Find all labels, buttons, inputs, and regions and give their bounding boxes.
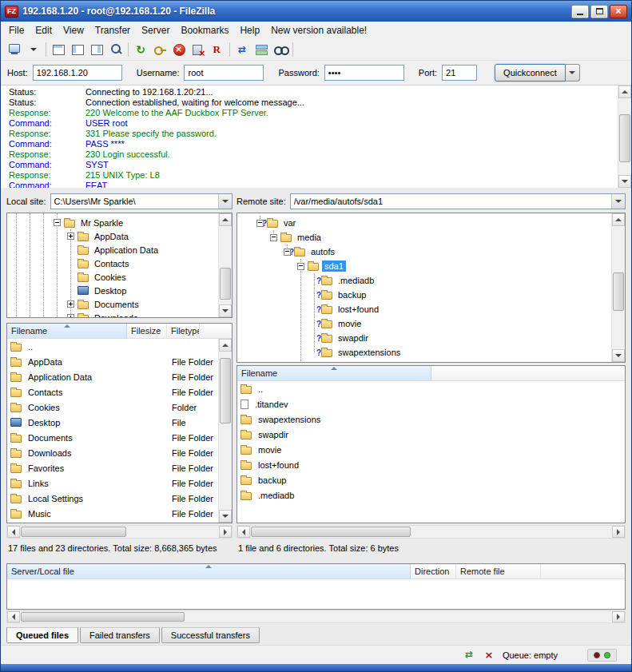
file-row-cookies[interactable]: CookiesFolder bbox=[7, 400, 232, 415]
sync-browsing-button[interactable] bbox=[252, 41, 271, 58]
scroll-down-button[interactable] bbox=[612, 349, 625, 362]
remote-tree-vertical-scrollbar[interactable] bbox=[611, 213, 625, 362]
queue-horizontal-scrollbar[interactable] bbox=[6, 610, 626, 623]
quickconnect-dropdown-button[interactable] bbox=[566, 64, 580, 82]
tree-item-swapextensions[interactable]: ?swapextensions bbox=[237, 345, 625, 360]
column-header-filename[interactable]: Filename bbox=[7, 324, 127, 338]
menu-item-bookmarks[interactable]: Bookmarks bbox=[175, 23, 234, 38]
file-row-music[interactable]: MusicFile Folder bbox=[7, 506, 232, 521]
scrollbar-thumb[interactable] bbox=[21, 612, 185, 622]
menu-item-server[interactable]: Server bbox=[136, 23, 175, 38]
scroll-right-button[interactable] bbox=[612, 526, 625, 538]
scroll-right-button[interactable] bbox=[612, 611, 625, 622]
tab-successful-transfers[interactable]: Successful transfers bbox=[161, 627, 260, 643]
remote-site-input[interactable] bbox=[291, 194, 611, 209]
local-horizontal-scrollbar[interactable] bbox=[6, 525, 233, 539]
tree-item-application-data[interactable]: Application Data bbox=[7, 243, 232, 256]
tree-item-contacts[interactable]: Contacts bbox=[7, 256, 232, 270]
tab-queued-files[interactable]: Queued files bbox=[6, 627, 78, 643]
tree-item-lost-found[interactable]: ?lost+found bbox=[237, 302, 625, 316]
scrollbar-track[interactable] bbox=[612, 226, 625, 349]
local-list-vertical-scrollbar[interactable] bbox=[218, 339, 232, 523]
tree-item-movie[interactable]: ?movie bbox=[237, 316, 625, 331]
minimize-button[interactable] bbox=[571, 5, 589, 18]
menu-item-edit[interactable]: Edit bbox=[30, 23, 58, 38]
tree-item-documents[interactable]: Documents bbox=[7, 297, 232, 311]
site-manager-button[interactable] bbox=[5, 41, 24, 58]
scroll-up-button[interactable] bbox=[618, 85, 631, 98]
scrollbar-thumb[interactable] bbox=[220, 268, 231, 300]
column-header-direction[interactable]: Direction bbox=[411, 564, 456, 579]
tree-item-dvd[interactable]: ?dvd bbox=[237, 360, 625, 363]
file-row-swapextensions[interactable]: swapextensions bbox=[237, 412, 625, 427]
tree-item-sda1[interactable]: sda1 bbox=[237, 259, 625, 273]
sync-browsing-icon[interactable] bbox=[483, 649, 495, 661]
tree-item-backup[interactable]: ?backup bbox=[237, 288, 625, 302]
menu-item-view[interactable]: View bbox=[58, 23, 89, 38]
tree-item-mr-sparkle[interactable]: Mr Sparkle bbox=[7, 216, 232, 229]
maximize-button[interactable] bbox=[590, 5, 608, 18]
expand-minus-icon[interactable] bbox=[256, 220, 264, 227]
file-row-application-data[interactable]: Application DataFile Folder bbox=[7, 369, 232, 384]
scroll-left-button[interactable] bbox=[7, 611, 20, 622]
filter-button[interactable] bbox=[106, 41, 125, 58]
scroll-down-button[interactable] bbox=[219, 304, 232, 317]
scrollbar-thumb[interactable] bbox=[613, 272, 624, 311]
tree-item-autofs[interactable]: ?autofs bbox=[237, 245, 625, 259]
disconnect-button[interactable] bbox=[189, 41, 208, 58]
scroll-up-button[interactable] bbox=[219, 213, 232, 226]
key-button[interactable] bbox=[150, 41, 169, 58]
scrollbar-thumb[interactable] bbox=[251, 527, 411, 537]
expand-minus-icon[interactable] bbox=[54, 219, 61, 226]
file-row-favorites[interactable]: FavoritesFile Folder bbox=[7, 460, 232, 475]
file-row-backup[interactable]: backup bbox=[237, 472, 625, 487]
tree-item-media[interactable]: media bbox=[237, 230, 625, 245]
file-row-swapdir[interactable]: swapdir bbox=[237, 427, 625, 442]
site-manager-caret-button[interactable] bbox=[24, 41, 43, 58]
password-input[interactable] bbox=[324, 65, 404, 81]
tree-item-desktop[interactable]: Desktop bbox=[7, 284, 232, 297]
column-header-filetype[interactable]: Filetype bbox=[167, 324, 200, 338]
remote-horizontal-scrollbar[interactable] bbox=[237, 525, 626, 539]
expand-minus-icon[interactable] bbox=[297, 263, 304, 270]
scroll-left-button[interactable] bbox=[7, 526, 20, 538]
scrollbar-track[interactable] bbox=[219, 352, 232, 510]
port-input[interactable] bbox=[442, 65, 477, 81]
scrollbar-thumb[interactable] bbox=[21, 527, 126, 537]
scroll-up-button[interactable] bbox=[219, 339, 232, 352]
menu-item-help[interactable]: Help bbox=[234, 23, 265, 38]
menu-item-new-version-available[interactable]: New version available! bbox=[265, 23, 372, 38]
scrollbar-track[interactable] bbox=[250, 526, 612, 538]
remote-site-dropdown-button[interactable] bbox=[611, 194, 625, 209]
toggle-remote-tree-button[interactable] bbox=[87, 41, 106, 58]
file-row-titandev[interactable]: .titandev bbox=[237, 396, 625, 412]
expand-minus-icon[interactable] bbox=[270, 234, 277, 241]
tree-item-var[interactable]: ?var bbox=[237, 216, 625, 230]
refresh-button[interactable] bbox=[131, 41, 150, 58]
username-input[interactable] bbox=[184, 65, 264, 81]
file-row-item[interactable]: .. bbox=[7, 339, 232, 354]
host-input[interactable] bbox=[33, 65, 122, 81]
toggle-log-button[interactable] bbox=[49, 41, 68, 58]
local-site-input[interactable] bbox=[51, 194, 218, 209]
scroll-down-button[interactable] bbox=[618, 175, 631, 188]
expand-minus-icon[interactable] bbox=[284, 249, 291, 256]
file-row-movie[interactable]: movie bbox=[237, 442, 625, 457]
close-button[interactable]: × bbox=[610, 5, 627, 18]
column-header-server-local-file[interactable]: Server/Local file bbox=[7, 564, 411, 579]
compare-button[interactable] bbox=[233, 41, 252, 58]
tree-item-swapdir[interactable]: ?swapdir bbox=[237, 331, 625, 345]
scroll-left-button[interactable] bbox=[237, 526, 250, 538]
tab-failed-transfers[interactable]: Failed transfers bbox=[80, 627, 160, 643]
reconnect-button[interactable] bbox=[208, 41, 227, 58]
scrollbar-track[interactable] bbox=[20, 611, 612, 622]
tree-item-mediadb[interactable]: ?.mediadb bbox=[237, 273, 625, 288]
file-row-contacts[interactable]: ContactsFile Folder bbox=[7, 384, 232, 400]
directory-comparison-icon[interactable] bbox=[463, 649, 475, 661]
column-header-filesize[interactable]: Filesize bbox=[127, 324, 167, 338]
tree-item-appdata[interactable]: AppData bbox=[7, 229, 232, 243]
column-header-filename[interactable]: Filename bbox=[237, 366, 431, 380]
file-row-links[interactable]: LinksFile Folder bbox=[7, 475, 232, 491]
file-row-lost-found[interactable]: lost+found bbox=[237, 457, 625, 472]
file-row-mediadb[interactable]: .mediadb bbox=[237, 487, 625, 503]
